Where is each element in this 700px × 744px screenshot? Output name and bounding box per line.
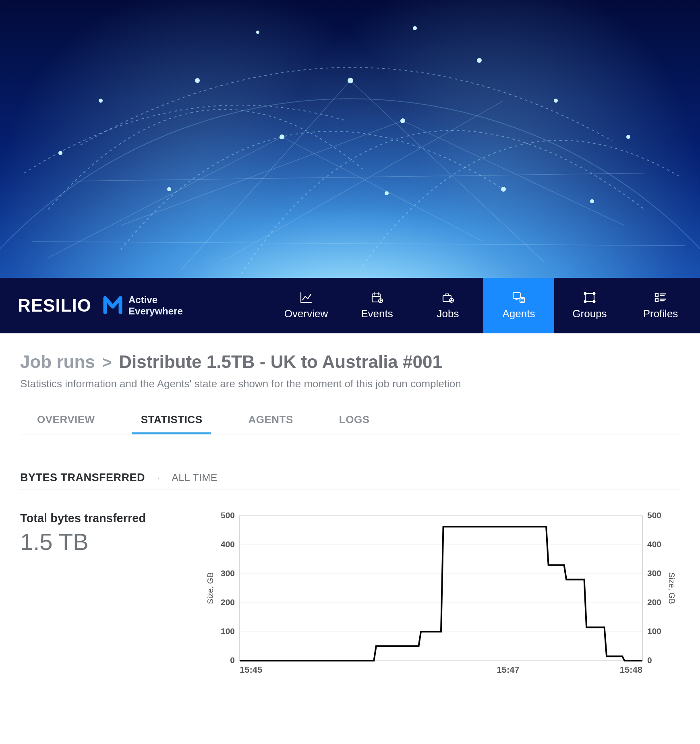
main-navbar: RESILIO Active Everywhere Overview [0, 278, 700, 333]
profiles-icon [654, 291, 667, 304]
svg-text:Size, GB: Size, GB [667, 572, 676, 604]
svg-text:200: 200 [647, 597, 661, 607]
svg-text:15:47: 15:47 [497, 665, 520, 675]
svg-text:400: 400 [647, 539, 661, 549]
brand-tagline: Active Everywhere [103, 294, 183, 316]
tab-logs[interactable]: LOGS [338, 409, 371, 434]
nav-label: Groups [572, 308, 607, 320]
nav-items: Overview Events Jobs [271, 278, 696, 333]
svg-text:200: 200 [221, 597, 235, 607]
agents-icon [512, 291, 526, 304]
sub-tabs: OVERVIEW STATISTICS AGENTS LOGS [20, 409, 680, 434]
svg-rect-0 [0, 0, 700, 278]
total-label: Total bytes transferred [20, 512, 185, 525]
chart-icon [299, 291, 313, 304]
groups-icon [583, 291, 596, 304]
svg-point-20 [400, 118, 405, 123]
total-summary: Total bytes transferred 1.5 TB [20, 512, 185, 681]
svg-point-24 [590, 199, 594, 203]
breadcrumb-parent[interactable]: Job runs [20, 352, 95, 372]
nav-item-jobs[interactable]: Jobs [412, 278, 483, 333]
tab-overview[interactable]: OVERVIEW [36, 409, 96, 434]
brand-block: RESILIO Active Everywhere [18, 278, 183, 333]
svg-point-17 [626, 135, 630, 139]
svg-point-13 [348, 78, 353, 83]
calendar-icon [370, 291, 384, 304]
svg-point-33 [593, 292, 595, 294]
svg-point-19 [280, 134, 284, 139]
brand-tagline-line1: Active [128, 294, 183, 306]
svg-text:15:45: 15:45 [240, 665, 262, 675]
svg-text:400: 400 [221, 539, 235, 549]
svg-point-32 [584, 292, 586, 294]
svg-point-23 [385, 191, 389, 195]
nav-label: Jobs [437, 308, 459, 320]
svg-text:500: 500 [647, 512, 661, 520]
svg-rect-38 [240, 516, 642, 661]
svg-point-16 [554, 99, 558, 103]
svg-point-11 [195, 78, 200, 83]
brand-logo-text: RESILIO [18, 296, 91, 316]
hero-banner [0, 0, 700, 278]
section-title: BYTES TRANSFERRED [20, 471, 145, 484]
nav-label: Overview [284, 308, 328, 320]
svg-point-14 [413, 26, 417, 30]
svg-point-34 [584, 300, 586, 302]
svg-text:100: 100 [647, 626, 661, 636]
total-value: 1.5 TB [20, 528, 185, 555]
nav-label: Events [361, 308, 393, 320]
bytes-transferred-chart: 0100200300400500010020030040050015:4515:… [201, 512, 681, 681]
nav-item-groups[interactable]: Groups [554, 278, 625, 333]
breadcrumb-current: Distribute 1.5TB - UK to Australia #001 [119, 352, 442, 372]
svg-text:0: 0 [230, 655, 235, 665]
svg-text:15:48: 15:48 [620, 665, 642, 675]
svg-text:Size, GB: Size, GB [206, 572, 215, 604]
svg-point-21 [501, 187, 506, 192]
svg-point-12 [256, 31, 259, 34]
svg-point-22 [167, 187, 171, 191]
tab-agents[interactable]: AGENTS [247, 409, 294, 434]
briefcase-icon [441, 291, 455, 304]
page-subtitle: Statistics information and the Agents' s… [20, 378, 680, 390]
svg-rect-36 [655, 293, 658, 296]
nav-item-overview[interactable]: Overview [271, 278, 342, 333]
bytes-transferred-section: BYTES TRANSFERRED · ALL TIME Total bytes… [20, 434, 680, 681]
brand-mark-icon [103, 295, 123, 316]
breadcrumb: Job runs > Distribute 1.5TB - UK to Aust… [20, 352, 680, 372]
nav-item-profiles[interactable]: Profiles [625, 278, 696, 333]
brand-tagline-line2: Everywhere [128, 306, 183, 317]
svg-text:100: 100 [221, 626, 235, 636]
svg-text:300: 300 [221, 568, 235, 578]
svg-point-10 [99, 99, 103, 103]
nav-item-agents[interactable]: Agents [483, 278, 554, 333]
timerange-selector[interactable]: ALL TIME [172, 472, 217, 484]
svg-rect-29 [513, 293, 520, 298]
tab-statistics[interactable]: STATISTICS [140, 409, 203, 434]
svg-text:500: 500 [221, 512, 235, 520]
svg-point-15 [477, 58, 482, 63]
nav-label: Agents [503, 308, 535, 320]
svg-point-35 [593, 300, 595, 302]
svg-text:0: 0 [647, 655, 652, 665]
chevron-right-icon: > [102, 353, 112, 372]
svg-point-18 [58, 151, 62, 155]
svg-text:300: 300 [647, 568, 661, 578]
svg-rect-31 [585, 293, 594, 302]
svg-rect-37 [655, 299, 658, 302]
page-content: Job runs > Distribute 1.5TB - UK to Aust… [0, 333, 700, 729]
nav-label: Profiles [643, 308, 678, 320]
dot-separator: · [157, 473, 159, 483]
nav-item-events[interactable]: Events [342, 278, 412, 333]
